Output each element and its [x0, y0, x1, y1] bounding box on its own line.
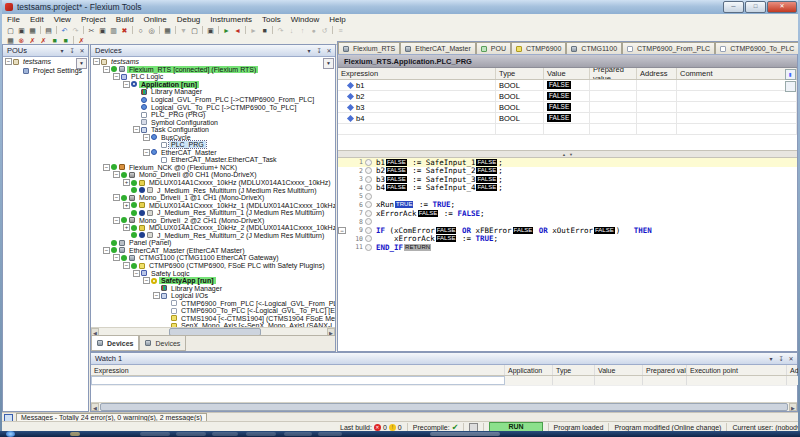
taskbar-button[interactable] [176, 432, 206, 436]
watch-column-header[interactable]: Value [595, 365, 643, 375]
prepared-value-cell[interactable] [590, 102, 637, 112]
expand-toggle-icon[interactable]: − [103, 66, 110, 73]
variable-row[interactable]: b2BOOLFALSE [338, 91, 797, 102]
tree-item[interactable]: Symbol Configuration [91, 118, 335, 126]
build-icon[interactable]: ▼ [178, 26, 189, 35]
code-line[interactable]: 10 xErrorAckFALSE := TRUE; [338, 235, 797, 244]
tree-item[interactable]: J_Medium_Res_Multiturn (J Medium Res Mul… [91, 186, 335, 194]
code-line[interactable]: 5 [338, 192, 797, 201]
save-icon[interactable]: ▦ [27, 26, 38, 35]
tree-item[interactable]: EtherCAT_Master.EtherCAT_Task [91, 156, 335, 164]
start-orb-icon[interactable] [6, 431, 15, 437]
tree-item[interactable]: −Logical I/Os [91, 292, 335, 300]
taskbar-button[interactable] [318, 432, 342, 436]
breakpoint-slot-icon[interactable] [365, 235, 372, 242]
minimize-button[interactable]: ─ [723, 1, 744, 13]
tree-item[interactable]: +MDLUX014A1Cxxxx_10kHz (MDLUX014A1Cxxxx_… [91, 179, 335, 187]
chevron-down-icon[interactable]: ▼ [76, 58, 87, 69]
watch-horizontal-scrollbar[interactable]: ◀ ▶ [91, 402, 797, 411]
taskbar-button[interactable] [284, 432, 312, 436]
tree-item[interactable]: −Flexium_RTS [connected] (Flexium RTS) [91, 66, 335, 74]
step-into-icon[interactable]: ↓ [286, 26, 297, 35]
menu-edit[interactable]: Edit [25, 15, 49, 24]
tree-item[interactable]: Library Manager [91, 284, 335, 292]
expand-toggle-icon[interactable]: + [123, 224, 130, 231]
tree-item[interactable]: −testsams [91, 58, 335, 66]
logout-icon[interactable]: ◄ [232, 26, 243, 35]
tree-item[interactable]: −Mono_DriveIi_2 @2 CH1 (Mono-DriveX) [91, 216, 335, 224]
watch-column-header[interactable]: Application [505, 365, 553, 375]
code-line[interactable]: 2b2FALSE := SafeInput_2FALSE; [338, 167, 797, 176]
column-header[interactable]: Address [637, 68, 677, 79]
tree-item[interactable]: −BusCycle [91, 133, 335, 141]
taskbar-button[interactable] [246, 432, 276, 436]
panel-menu-icon[interactable]: ▾ [305, 47, 313, 54]
panel-menu-icon[interactable]: ▾ [767, 355, 775, 362]
tree-item[interactable]: PLC_PRG [91, 141, 335, 149]
code-line[interactable]: 4b4FALSE := SafeInput_4FALSE; [338, 184, 797, 193]
step-out-icon[interactable]: ↑ [297, 26, 308, 35]
editor-tab-ethercat_master[interactable]: EtherCAT_Master [400, 42, 476, 54]
tree-item[interactable]: −CTMG1100 (CTMG1100 EtherCAT Gateway) [91, 254, 335, 262]
scrollbar-thumb[interactable] [100, 403, 788, 411]
expand-toggle-icon[interactable]: − [143, 149, 150, 156]
fold-toggle-icon[interactable]: − [338, 227, 346, 234]
expand-toggle-icon[interactable]: + [123, 202, 130, 209]
cut-icon[interactable]: ✂ [86, 26, 97, 35]
expand-toggle-icon[interactable]: − [113, 217, 120, 224]
code-line[interactable]: 3b3FALSE := SafeInput_3FALSE; [338, 175, 797, 184]
tree-item[interactable]: −SafetyApp [run] [91, 277, 335, 285]
tree-item[interactable]: Logical_GVL_From_PLC [->CTMP6900_From_PL… [91, 96, 335, 104]
close-icon[interactable]: ✕ [787, 355, 795, 362]
expression-cell[interactable]: b3 [338, 102, 496, 112]
tree-item[interactable]: −Task Configuration [91, 126, 335, 134]
menu-online[interactable]: Online [139, 15, 172, 24]
menu-instruments[interactable]: Instruments [205, 15, 257, 24]
expand-toggle-icon[interactable]: + [123, 179, 130, 186]
breakpoint-slot-icon[interactable] [365, 201, 372, 208]
prepared-value-cell[interactable] [590, 80, 637, 90]
expand-toggle-icon[interactable]: − [123, 262, 130, 269]
expand-toggle-icon[interactable]: − [113, 73, 120, 80]
reset-icon[interactable]: ↺ [319, 26, 330, 35]
tree-item[interactable]: Panel (Panel) [91, 239, 335, 247]
tree-item[interactable]: J_Medium_Res_Multiturn_1 (J Medium Res M… [91, 209, 335, 217]
expand-toggle-icon[interactable]: − [93, 58, 100, 65]
tree-item[interactable]: −Application [run] [91, 81, 335, 89]
window-icon[interactable]: ▦ [162, 26, 173, 35]
expand-toggle-icon[interactable]: − [103, 164, 110, 171]
tree-item[interactable]: CTMS1904 [<-CTMS1904] (CTMS1904 FSoE Mes… [91, 315, 335, 323]
find-replace-icon[interactable]: ◎ [146, 26, 157, 35]
pin-icon[interactable]: ↧ [777, 355, 785, 362]
title-bar[interactable]: testsams.project* - Flexium Tools ─ □ ✕ [0, 0, 800, 15]
step-over-icon[interactable]: ↷ [275, 26, 286, 35]
prepared-value-cell[interactable] [590, 113, 637, 123]
prepared-value-cell[interactable] [590, 91, 637, 101]
declaration-view-toggle-button[interactable]: ▮ [785, 69, 796, 80]
empty-variable-row[interactable] [338, 124, 797, 135]
variable-row[interactable]: b3BOOLFALSE [338, 102, 797, 113]
editor-tab-ctmg1100[interactable]: CTMG1100 [566, 42, 622, 54]
breakpoint-slot-icon[interactable] [365, 167, 372, 174]
taskbar-button[interactable] [212, 432, 238, 436]
watch-column-header[interactable]: Execution point [687, 365, 787, 375]
menu-window[interactable]: Window [286, 15, 324, 24]
tree-item[interactable]: −EtherCAT_Master [91, 149, 335, 157]
editor-tab-ctmp6900_to_plc[interactable]: CTMP6900_To_PLC [715, 42, 799, 54]
new-object-icon[interactable]: ▢ [189, 26, 200, 35]
breakpoint-slot-icon[interactable] [365, 176, 372, 183]
undo-icon[interactable]: ↶ [59, 26, 70, 35]
open-icon[interactable]: ▣ [16, 26, 27, 35]
splitter-down-icon[interactable]: ▼ [569, 152, 573, 157]
tree-item[interactable]: Logical_GVL_To_PLC [->CTMP6900_To_PLC] [91, 103, 335, 111]
menu-file[interactable]: File [2, 15, 25, 24]
expand-toggle-icon[interactable]: − [143, 277, 150, 284]
scroll-left-icon[interactable]: ◀ [91, 403, 99, 411]
tree-item[interactable]: −Mono_DriveIi @0 CH1 (Mono-DriveX) [91, 171, 335, 179]
pin-icon[interactable]: ↧ [315, 47, 323, 54]
find-icon[interactable]: ○ [135, 26, 146, 35]
delete-icon[interactable]: ✖ [119, 26, 130, 35]
code-line[interactable]: 11END_IFRETURN [338, 243, 797, 252]
print-icon[interactable]: ▤ [43, 26, 54, 35]
breakpoint-slot-icon[interactable] [365, 193, 372, 200]
